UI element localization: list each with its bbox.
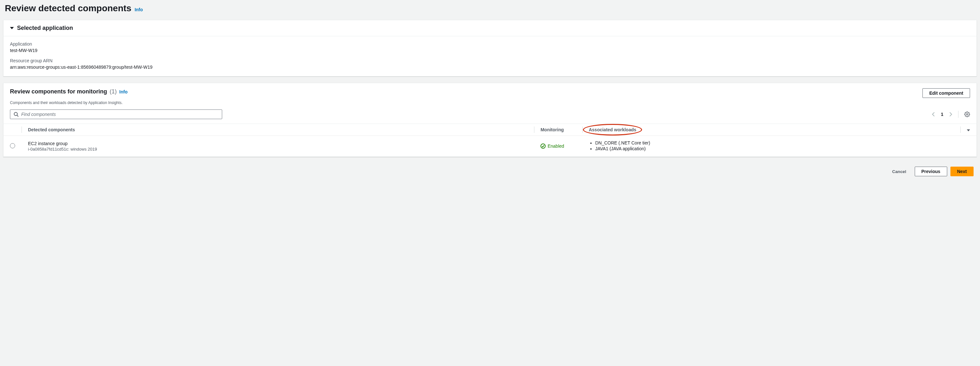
column-monitoring[interactable]: Monitoring (534, 124, 582, 136)
application-label: Application (10, 41, 970, 46)
edit-component-button[interactable]: Edit component (923, 88, 970, 98)
sort-icon (967, 129, 970, 131)
gear-icon (964, 111, 970, 117)
page-number: 1 (941, 112, 943, 117)
workload-item: JAVA1 (JAVA application) (595, 146, 970, 151)
svg-point-3 (541, 144, 545, 148)
components-table: Detected components Monitoring Associate… (3, 124, 977, 157)
review-info-link[interactable]: Info (119, 89, 128, 94)
previous-button[interactable]: Previous (915, 166, 947, 176)
review-count: (1) (110, 88, 117, 95)
workload-item: DN_CORE (.NET Core tier) (595, 140, 970, 146)
resource-group-arn-label: Resource group ARN (10, 58, 970, 63)
next-button[interactable]: Next (950, 166, 974, 176)
prev-page-button[interactable] (932, 112, 935, 117)
footer-actions: Cancel Previous Next (3, 163, 977, 176)
column-sort[interactable] (960, 124, 977, 136)
review-components-panel: Review components for monitoring (1) Inf… (3, 83, 977, 157)
column-select (3, 124, 22, 136)
resource-group-arn-value: arn:aws:resource-groups:us-east-1:856960… (10, 65, 970, 70)
next-page-button[interactable] (949, 112, 952, 117)
check-circle-icon (541, 144, 546, 149)
settings-button[interactable] (964, 111, 970, 117)
page-header: Review detected components Info (3, 3, 977, 13)
cancel-button[interactable]: Cancel (887, 167, 912, 176)
info-link[interactable]: Info (135, 7, 143, 12)
selected-application-panel: Selected application Application test-MW… (3, 20, 977, 76)
column-detected-components[interactable]: Detected components (22, 124, 534, 136)
svg-point-2 (967, 114, 968, 115)
caret-down-icon (10, 27, 14, 29)
review-title: Review components for monitoring (10, 88, 107, 95)
component-sub: i-0a0858a7fd11cd51c: windows 2019 (28, 147, 528, 152)
search-wrapper[interactable] (10, 109, 222, 119)
svg-point-0 (14, 112, 18, 116)
panel-header-toggle[interactable]: Selected application (3, 20, 977, 36)
selected-application-title: Selected application (17, 25, 73, 32)
page-title: Review detected components (5, 3, 132, 13)
search-icon (13, 112, 19, 117)
search-input[interactable] (21, 112, 219, 117)
chevron-left-icon (932, 112, 935, 117)
row-radio[interactable] (10, 143, 15, 148)
chevron-right-icon (949, 112, 952, 117)
application-value: test-MW-W19 (10, 48, 970, 53)
table-row: EC2 instance group i-0a0858a7fd11cd51c: … (3, 136, 977, 157)
svg-line-1 (17, 115, 18, 117)
workloads-list: DN_CORE (.NET Core tier) JAVA1 (JAVA app… (589, 140, 970, 151)
monitoring-status: Enabled (541, 144, 576, 149)
component-name: EC2 instance group (28, 141, 528, 146)
review-description: Components and their workloads detected … (3, 100, 977, 109)
column-associated-workloads[interactable]: Associated workloads (582, 124, 960, 136)
